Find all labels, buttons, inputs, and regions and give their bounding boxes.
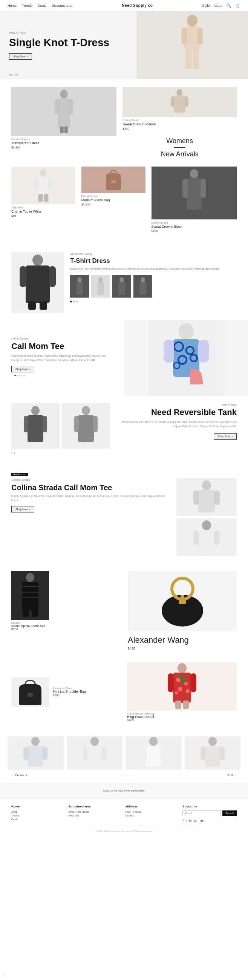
product-medium-piece-bag: Edie Ashmont Medium Piece Bag $3,220 (81, 167, 145, 206)
svg-rect-64 (214, 490, 220, 505)
hero-content: New Arrivals Single Knot T-Dress Shop No… (0, 11, 136, 79)
svg-point-0 (187, 15, 197, 27)
social-facebook-icon[interactable]: f (182, 819, 183, 823)
aw-main-content: Alexander Wang T-Shirt Dress Matter inox… (11, 252, 237, 313)
svg-rect-18 (34, 178, 38, 189)
aw-thumbnails (70, 275, 237, 298)
social-instagram-icon[interactable]: IG (194, 819, 197, 823)
svg-rect-28 (195, 209, 200, 217)
navbar: Home Trends Deals Discount area Need Sup… (0, 0, 248, 11)
nav-trends[interactable]: Trends (22, 4, 32, 8)
nav-left-links: Home Trends Deals Discount area (8, 4, 73, 8)
product-price: $95 (11, 214, 75, 218)
np-shop-button[interactable]: Shop Now › (11, 506, 34, 512)
svg-rect-25 (182, 179, 188, 198)
svg-point-39 (120, 277, 124, 283)
svg-point-57 (82, 406, 90, 415)
hero-section: New Arrivals Single Knot T-Dress Shop No… (0, 11, 248, 79)
brand-logo[interactable]: Need Supply co (122, 3, 153, 8)
nrt-title: Need Reversible Tank (120, 407, 237, 417)
nav-about[interactable]: About (213, 4, 223, 8)
product-price: $200 (123, 127, 237, 130)
nrt-next-arrow[interactable]: › (14, 451, 15, 455)
carousel-item-2 (67, 736, 123, 770)
social-linkedin-icon[interactable]: in (189, 819, 191, 823)
svg-rect-95 (28, 746, 43, 767)
aw-thumb-2[interactable] (91, 275, 110, 298)
footer-link-how-to-make[interactable]: How To Make (125, 810, 176, 813)
svg-rect-2 (182, 27, 187, 45)
carousel-dot-2 (124, 775, 126, 775)
aw-thumb-4[interactable] (133, 275, 152, 298)
svg-rect-107 (205, 746, 220, 767)
pajama-price: $200 (11, 628, 49, 631)
nav-home[interactable]: Home (8, 4, 17, 8)
svg-point-69 (26, 573, 34, 582)
product-name: Charlie Top in White (11, 210, 75, 213)
footer-link-about-us[interactable]: About Us (68, 814, 119, 817)
footer: Home Shop Trends Deals Structured area A… (0, 799, 248, 838)
aw-dot-2 (73, 301, 75, 302)
aw-thumb-1[interactable] (70, 275, 89, 298)
svg-rect-80 (27, 693, 33, 697)
svg-rect-91 (190, 673, 196, 692)
carousel-image-4 (185, 736, 241, 770)
svg-rect-79 (180, 595, 184, 599)
hero-model-area (136, 11, 248, 79)
ring-pouch-name: Ring Pouch Small (127, 715, 237, 719)
svg-point-23 (190, 169, 198, 178)
footer-link-shop[interactable]: Shop (11, 810, 62, 813)
aw2-product-title: Alexander Wang (128, 635, 237, 645)
product-brand: Tobi Aykurt (11, 206, 75, 209)
hero-model-image (136, 11, 248, 79)
nav-deals[interactable]: Deals (38, 4, 46, 8)
nrt-shop-button[interactable]: Shop Now › (214, 433, 237, 439)
footer-subscribe-row: Submit (182, 810, 237, 816)
np-dot-2 (14, 515, 16, 515)
nav-style[interactable]: Style (202, 4, 210, 8)
svg-rect-19 (48, 178, 52, 189)
np-image-1 (176, 478, 237, 516)
cart-icon[interactable]: 🛒 (235, 3, 240, 8)
footer-email-input[interactable] (182, 810, 221, 816)
svg-rect-34 (39, 301, 47, 310)
footer-link-about-maker[interactable]: About This Maker (68, 810, 119, 813)
social-twitter-icon[interactable]: t (186, 819, 187, 823)
footer-social-links: f t in IG Be (182, 819, 237, 823)
footer-col2-title: Structured area (68, 805, 119, 808)
carousel-next-button[interactable]: Next → (226, 773, 237, 777)
hero-cta-button[interactable]: Shop Now › (9, 53, 32, 60)
footer-link-trends[interactable]: Trends (11, 814, 62, 817)
footer-col-2: Structured area About This Maker About U… (68, 805, 119, 823)
np-images (176, 478, 237, 556)
social-behance-icon[interactable]: Be (200, 819, 204, 823)
footer-link-deals[interactable]: Deals (11, 818, 62, 821)
search-icon[interactable]: 🔍 (226, 3, 231, 8)
footer-submit-button[interactable]: Submit (223, 810, 237, 816)
new-product-tag: New Product (11, 473, 28, 476)
nav-discount[interactable]: Discount area (52, 4, 73, 8)
carousel-image-2 (67, 736, 123, 770)
nrt-navigation: ‹ › (11, 451, 110, 455)
svg-point-35 (77, 277, 82, 283)
svg-point-81 (177, 663, 186, 673)
carousel-prev-button[interactable]: ← Previous (11, 773, 27, 777)
np-product-title: Collina Strada Call Mom Tee (11, 483, 171, 492)
svg-point-53 (31, 406, 39, 415)
footer-link-contact[interactable]: Contact (125, 814, 176, 817)
cmt-shop-button[interactable]: Shop Now › (11, 366, 34, 372)
aw-thumb-3[interactable] (112, 275, 131, 298)
svg-rect-10 (60, 127, 64, 133)
svg-point-37 (98, 277, 103, 283)
cmt-pagination (11, 372, 113, 379)
mini-shoulder-bag: Alexander Wang Mini Lia Shoulder Bag $75… (11, 662, 121, 722)
svg-rect-22 (111, 180, 116, 183)
alexander-wang-bag-section: Dreamt Black Pajama Shorts Set $200 (0, 563, 248, 658)
nrt-prev-arrow[interactable]: ‹ (11, 451, 13, 455)
cmt-description: Lorem ipsum dolor sit amet, consectetur … (11, 354, 113, 362)
call-mom-tee-section: Collina Strada Call Mom Tee Lorem ipsum … (0, 320, 248, 396)
svg-point-86 (186, 689, 190, 693)
svg-rect-31 (20, 266, 26, 287)
medium-piece-bag-image (81, 167, 145, 193)
svg-rect-93 (183, 700, 189, 709)
